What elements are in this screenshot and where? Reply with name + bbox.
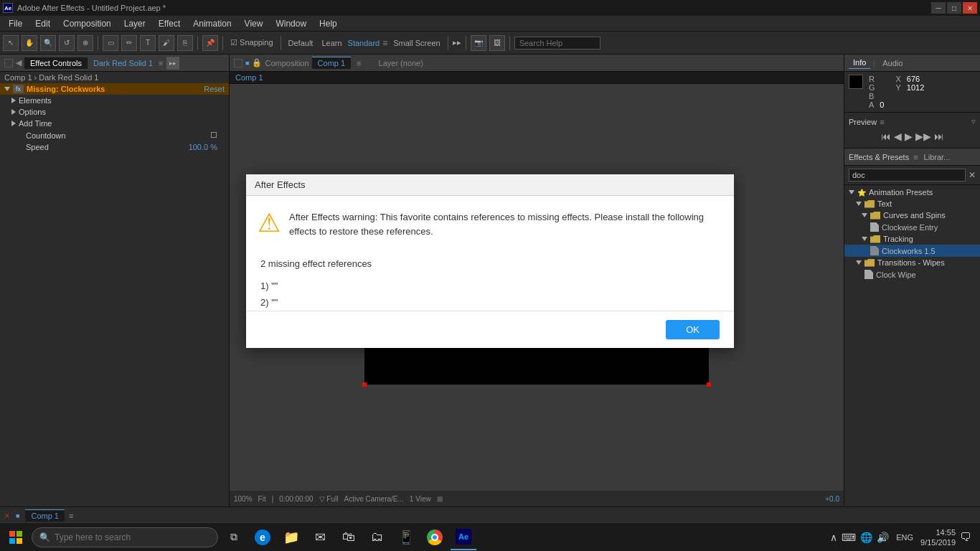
notification-btn[interactable]: 🗨 bbox=[960, 531, 971, 544]
tray-keyboard[interactable]: ⌨ bbox=[842, 532, 856, 543]
dialog-missing-item-2: 2) "" bbox=[246, 294, 734, 311]
dialog-body: ⚠ After Effects warning: This favorite c… bbox=[246, 196, 734, 250]
ae-btn[interactable]: Ae bbox=[451, 524, 476, 550]
dialog-title: After Effects bbox=[255, 179, 306, 190]
dialog-missing-count: 2 missing effect references bbox=[246, 250, 734, 278]
explorer2-btn[interactable]: 🗂 bbox=[364, 524, 390, 550]
system-tray: ∧ ⌨ 🌐 🔊 ENG 14:55 9/15/2019 🗨 bbox=[824, 527, 977, 547]
taskbar: 🔍 ⧉ e 📁 ✉ 🛍 🗂 📱 Ae ∧ ⌨ 🌐 🔊 ENG 14:55 bbox=[0, 522, 980, 551]
dialog-message: After Effects warning: This favorite con… bbox=[289, 210, 720, 238]
search-icon: 🔍 bbox=[39, 532, 50, 542]
file-explorer-btn[interactable]: 📁 bbox=[278, 524, 304, 550]
taskbar-search-input[interactable] bbox=[55, 532, 198, 542]
tray-icons: ∧ ⌨ 🌐 🔊 bbox=[830, 532, 889, 543]
taskbar-search-box[interactable]: 🔍 bbox=[32, 527, 218, 547]
dialog-warning-row: ⚠ After Effects warning: This favorite c… bbox=[258, 210, 720, 238]
tray-volume[interactable]: 🔊 bbox=[877, 532, 889, 543]
clock: 14:55 9/15/2019 bbox=[920, 527, 956, 547]
tray-network[interactable]: 🌐 bbox=[860, 532, 872, 543]
alert-dialog: After Effects ⚠ After Effects warning: T… bbox=[246, 174, 734, 348]
dialog-footer: OK bbox=[246, 311, 734, 348]
store-btn[interactable]: 🛍 bbox=[336, 524, 362, 550]
mail-btn[interactable]: ✉ bbox=[307, 524, 333, 550]
tray-expand[interactable]: ∧ bbox=[830, 532, 837, 543]
clock-date: 9/15/2019 bbox=[920, 537, 956, 547]
start-button[interactable] bbox=[3, 524, 29, 550]
chrome-btn[interactable] bbox=[422, 524, 448, 550]
tray-lang: ENG bbox=[896, 533, 913, 542]
windows-logo bbox=[9, 531, 22, 544]
edge-btn[interactable]: e bbox=[250, 524, 275, 550]
clock-time: 14:55 bbox=[920, 527, 956, 537]
dialog-overlay: After Effects ⚠ After Effects warning: T… bbox=[0, 0, 980, 522]
ok-button[interactable]: OK bbox=[666, 320, 720, 339]
dialog-titlebar: After Effects bbox=[246, 174, 734, 196]
dialog-missing-item-1: 1) "" bbox=[246, 278, 734, 294]
taskbar-icons: ⧉ e 📁 ✉ 🛍 🗂 📱 Ae bbox=[221, 524, 476, 550]
warning-icon: ⚠ bbox=[258, 210, 281, 236]
phone-btn[interactable]: 📱 bbox=[393, 524, 419, 550]
taskview-btn[interactable]: ⧉ bbox=[221, 524, 247, 550]
